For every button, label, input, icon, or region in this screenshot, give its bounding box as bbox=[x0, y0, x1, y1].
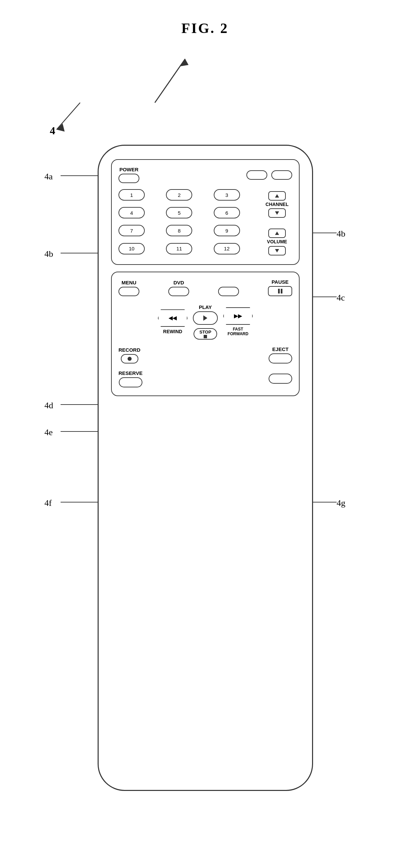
stop-button[interactable]: STOP bbox=[194, 328, 217, 340]
fast-forward-button[interactable]: ▶▶ bbox=[223, 307, 253, 325]
numpad-area: 1 2 3 4 5 6 7 8 9 10 11 12 CHANNEL bbox=[119, 189, 292, 257]
btn-9[interactable]: 9 bbox=[214, 225, 240, 236]
power-button-group: POWER bbox=[119, 166, 139, 183]
record-button-group: RECORD bbox=[119, 347, 140, 364]
volume-up-button[interactable] bbox=[268, 228, 286, 238]
fast-forward-label: FASTFORWARD bbox=[227, 327, 248, 337]
playback-area: ◀◀ REWIND PLAY STOP bbox=[119, 304, 292, 340]
menu-button-group: MENU bbox=[119, 280, 139, 296]
svg-line-2 bbox=[57, 103, 80, 130]
reserve-label: RESERVE bbox=[119, 370, 143, 376]
reserve-row: RESERVE bbox=[119, 370, 292, 388]
record-button[interactable] bbox=[121, 354, 138, 364]
number-grid: 1 2 3 4 5 6 7 8 9 10 11 12 bbox=[119, 189, 258, 257]
record-label: RECORD bbox=[119, 347, 140, 353]
volume-label: VOLUME bbox=[267, 239, 287, 244]
channel-down-icon bbox=[275, 211, 279, 215]
top-blank-btn-2[interactable] bbox=[271, 170, 292, 180]
btn-11[interactable]: 11 bbox=[166, 243, 192, 254]
power-row: POWER bbox=[119, 166, 292, 183]
stop-label: STOP bbox=[199, 330, 211, 335]
pause-bar-1 bbox=[278, 289, 280, 293]
label-4b-left: 4b bbox=[44, 249, 53, 259]
line-4e bbox=[61, 430, 101, 433]
pause-button-group: PAUSE bbox=[268, 279, 292, 296]
rewind-label: REWIND bbox=[163, 329, 183, 334]
label-4f: 4f bbox=[44, 498, 52, 508]
stop-button-group: STOP bbox=[194, 328, 217, 340]
record-icon bbox=[128, 357, 132, 361]
volume-up-icon bbox=[275, 231, 279, 235]
top-section: POWER 1 2 3 4 5 6 7 8 9 10 11 12 bbox=[111, 159, 299, 265]
line-4b-left bbox=[61, 252, 101, 254]
btn-2[interactable]: 2 bbox=[166, 189, 192, 200]
channel-group: CHANNEL bbox=[262, 189, 292, 220]
btn-4[interactable]: 4 bbox=[119, 207, 145, 218]
channel-up-button[interactable] bbox=[268, 191, 286, 200]
eject-button[interactable] bbox=[269, 353, 292, 364]
menu-label: MENU bbox=[122, 280, 136, 285]
label-4c: 4c bbox=[337, 293, 345, 303]
label-4a: 4a bbox=[44, 172, 53, 182]
label-4e: 4e bbox=[44, 428, 53, 437]
label-4d: 4d bbox=[44, 401, 53, 411]
menu-row: MENU DVD PAUSE bbox=[119, 279, 292, 296]
channel-down-button[interactable] bbox=[268, 208, 286, 218]
power-label: POWER bbox=[120, 166, 139, 172]
label-4g: 4g bbox=[337, 498, 345, 508]
bottom-blank-btn-2[interactable] bbox=[269, 374, 292, 384]
page-title: FIG. 2 bbox=[182, 20, 229, 36]
rewind-group: ◀◀ REWIND bbox=[158, 309, 188, 334]
signal-arrow-up bbox=[148, 52, 192, 106]
btn-1[interactable]: 1 bbox=[119, 189, 145, 200]
line-4d bbox=[61, 403, 101, 406]
svg-line-0 bbox=[155, 59, 185, 103]
dvd-label: DVD bbox=[174, 280, 184, 285]
channel-label: CHANNEL bbox=[265, 202, 288, 207]
reserve-button-group: RESERVE bbox=[119, 370, 143, 388]
play-button-group: PLAY bbox=[193, 304, 218, 325]
fast-forward-group: ▶▶ FASTFORWARD bbox=[223, 307, 253, 337]
volume-down-button[interactable] bbox=[268, 246, 286, 255]
dvd-button[interactable] bbox=[168, 287, 189, 296]
btn-5[interactable]: 5 bbox=[166, 207, 192, 218]
play-button[interactable] bbox=[193, 311, 218, 325]
remote-control: POWER 1 2 3 4 5 6 7 8 9 10 11 12 bbox=[98, 145, 313, 791]
fast-forward-arrows-icon: ▶▶ bbox=[234, 313, 242, 319]
play-stop-group: PLAY STOP bbox=[193, 304, 218, 340]
pause-icon bbox=[278, 289, 282, 293]
btn-3[interactable]: 3 bbox=[214, 189, 240, 200]
rewind-button[interactable]: ◀◀ bbox=[158, 309, 188, 327]
record-eject-row: RECORD EJECT bbox=[119, 346, 292, 364]
btn-10[interactable]: 10 bbox=[119, 243, 145, 254]
btn-6[interactable]: 6 bbox=[214, 207, 240, 218]
channel-volume-column: CHANNEL VOLUME bbox=[262, 189, 292, 257]
top-blank-btn-1[interactable] bbox=[246, 170, 267, 180]
btn-8[interactable]: 8 bbox=[166, 225, 192, 236]
pause-label: PAUSE bbox=[272, 279, 289, 285]
stop-icon bbox=[204, 335, 207, 338]
eject-button-group: EJECT bbox=[269, 346, 292, 364]
label-4-arrow bbox=[50, 99, 87, 136]
reserve-button[interactable] bbox=[119, 377, 143, 388]
pause-bar-2 bbox=[281, 289, 282, 293]
play-icon bbox=[203, 315, 207, 321]
btn-7[interactable]: 7 bbox=[119, 225, 145, 236]
line-4f bbox=[61, 501, 101, 503]
dvd-button-group: DVD bbox=[168, 280, 189, 296]
eject-label: EJECT bbox=[272, 346, 288, 352]
rewind-arrows-icon: ◀◀ bbox=[169, 315, 177, 321]
btn-12[interactable]: 12 bbox=[214, 243, 240, 254]
line-4a bbox=[61, 174, 101, 177]
pause-button[interactable] bbox=[268, 286, 292, 296]
label-4b-right: 4b bbox=[337, 229, 345, 239]
power-button[interactable] bbox=[119, 174, 139, 183]
menu-button[interactable] bbox=[119, 287, 139, 296]
play-label: PLAY bbox=[199, 304, 212, 310]
volume-down-icon bbox=[275, 249, 279, 252]
figure-label-4: 4 bbox=[50, 125, 55, 137]
bottom-section: MENU DVD PAUSE bbox=[111, 272, 299, 396]
bottom-blank-btn-1[interactable] bbox=[218, 287, 239, 296]
channel-up-icon bbox=[275, 194, 279, 197]
volume-group: VOLUME bbox=[262, 226, 292, 257]
